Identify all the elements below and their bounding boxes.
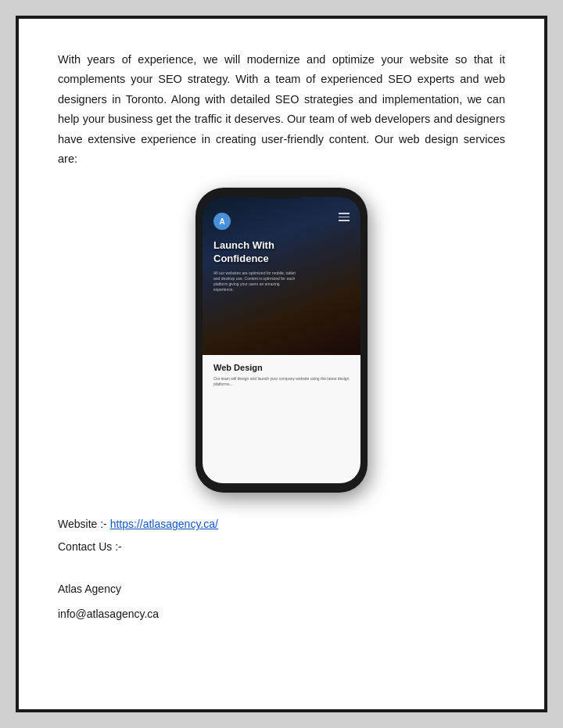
main-paragraph: With years of experience, we will modern… [58,50,505,169]
phone-outer-shell: A Launch WithConfidence All our websites… [195,188,368,493]
email-line: info@atlasagency.ca [58,608,505,620]
phone-mockup: A Launch WithConfidence All our websites… [195,188,368,493]
info-section: Website :- https://atlasagency.ca/ Conta… [58,515,505,619]
phone-notch [258,188,305,199]
website-line: Website :- https://atlasagency.ca/ [58,515,505,534]
screen-bottom-title: Web Design [213,363,350,372]
screen-bottom-text: Our team will design and launch your com… [213,376,350,388]
phone-screen: A Launch WithConfidence All our websites… [203,197,360,483]
spacer-1 [58,561,505,573]
screen-subtext: All our websites are optimized for mobil… [213,271,299,292]
website-link[interactable]: https://atlasagency.ca/ [110,518,218,530]
contact-label: Contact Us :- [58,540,122,553]
screen-headline-text: Launch WithConfidence [213,239,274,266]
screen-logo-icon: A [213,213,231,230]
screen-top-section: A Launch WithConfidence All our websites… [203,197,360,354]
screen-bottom-section: Web Design Our team will design and laun… [203,355,360,484]
inner-frame: With years of experience, we will modern… [18,18,545,710]
phone-image-container: A Launch WithConfidence All our websites… [58,188,505,493]
contact-line: Contact Us :- [58,537,505,557]
company-name: Atlas Agency [58,583,505,595]
screen-hamburger-icon [339,213,350,221]
website-label: Website :- [58,518,107,530]
outer-frame: With years of experience, we will modern… [16,16,547,712]
